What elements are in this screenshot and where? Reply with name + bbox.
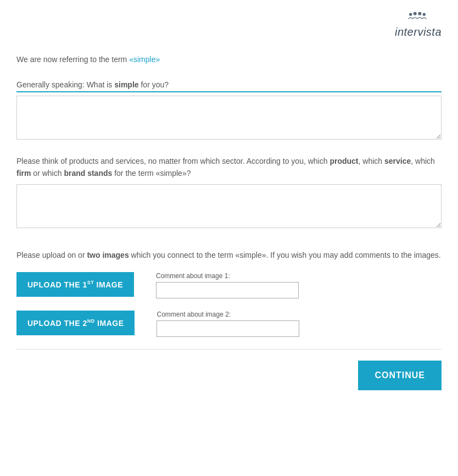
page-wrapper: intervista We are now referring to the t… <box>0 0 458 476</box>
upload-image1-button[interactable]: UPLOAD THE 1ST IMAGE <box>16 272 134 297</box>
svg-point-0 <box>409 13 412 16</box>
comment2-label: Comment about image 2: <box>157 311 442 318</box>
ordinal-sup-2: ND <box>87 318 95 324</box>
upload-row-1: UPLOAD THE 1ST IMAGE Comment about image… <box>16 272 442 298</box>
question1-label: Generally speaking: What is simple for y… <box>16 80 442 92</box>
logo-text: intervista <box>395 26 442 38</box>
continue-button[interactable]: CONTINUE <box>358 361 442 390</box>
comment2-container: Comment about image 2: <box>157 311 442 337</box>
ordinal-sup-1: ST <box>87 280 94 285</box>
svg-point-1 <box>414 12 417 15</box>
question2-section: Please think of products and services, n… <box>16 155 442 243</box>
intro-term: «simple» <box>129 55 160 64</box>
question1-term: simple <box>114 80 138 89</box>
header: intervista <box>16 11 442 38</box>
comment1-label: Comment about image 1: <box>156 272 442 280</box>
logo-container: intervista <box>395 11 442 38</box>
comment1-container: Comment about image 1: <box>156 272 442 298</box>
svg-point-3 <box>423 13 426 16</box>
intro-prefix: We are now referring to the term <box>16 55 129 64</box>
footer-divider <box>16 349 442 350</box>
question2-description: Please think of products and services, n… <box>16 155 442 180</box>
upload-description: Please upload on or two images which you… <box>16 249 442 261</box>
comment1-input[interactable] <box>156 282 299 298</box>
comment2-input[interactable] <box>157 320 299 337</box>
svg-point-2 <box>418 12 422 15</box>
question2-textarea[interactable] <box>16 184 442 228</box>
two-images-bold: two images <box>87 251 129 259</box>
footer-actions: CONTINUE <box>16 361 442 390</box>
question1-textarea[interactable] <box>16 96 442 140</box>
intro-text: We are now referring to the term «simple… <box>16 55 442 64</box>
upload-section: Please upload on or two images which you… <box>16 249 442 337</box>
people-group-icon <box>407 11 429 25</box>
question1-section: Generally speaking: What is simple for y… <box>16 80 442 155</box>
upload-row-2: UPLOAD THE 2ND IMAGE Comment about image… <box>16 311 442 337</box>
upload-image2-button[interactable]: UPLOAD THE 2ND IMAGE <box>16 311 135 335</box>
